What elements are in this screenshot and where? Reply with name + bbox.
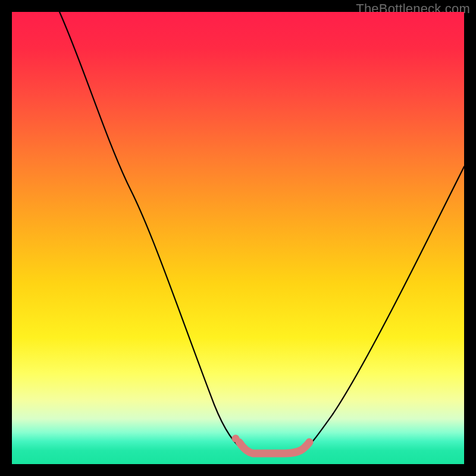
flat-range-marker-line [239, 442, 309, 453]
bottleneck-curve-line [60, 12, 464, 453]
chart-svg [12, 12, 464, 464]
chart-frame [12, 12, 464, 464]
marker-dot-icon [232, 435, 240, 443]
